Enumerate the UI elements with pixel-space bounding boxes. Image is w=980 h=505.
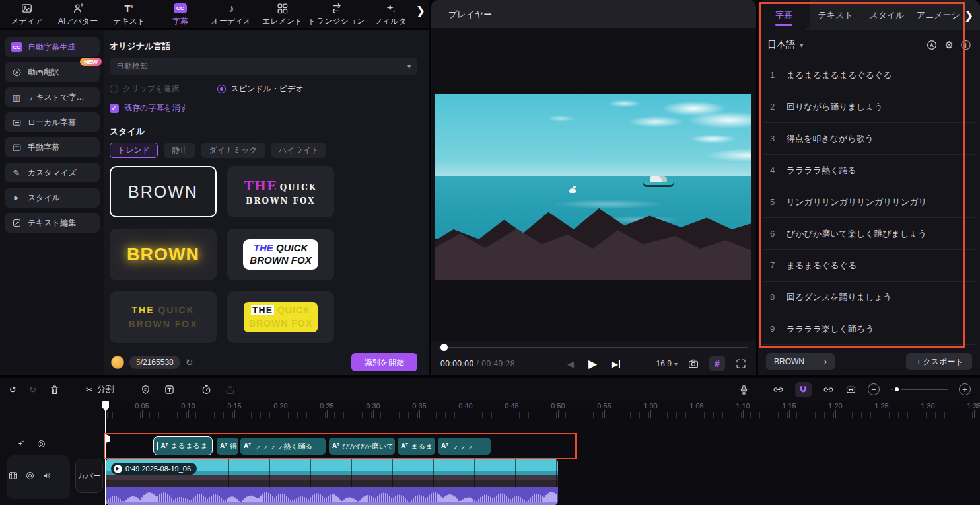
video-clip[interactable]: ▶ 0:49 2025-08-19_06 [106,459,558,505]
toolbar-tab-transition[interactable]: トランジション [308,2,365,27]
radio-spindle-video[interactable]: スピンドル・ビデオ [217,83,303,95]
redo-icon[interactable]: ↻ [29,385,36,395]
toolbar-tab-elements[interactable]: エレメント [257,2,308,27]
subtitle-clip[interactable]: ATぴかぴか磨いて [329,438,395,455]
tab-アニメーシ[interactable]: アニメーシ [913,0,964,30]
radio-select-clip[interactable]: クリップを選択 [110,83,179,95]
player-seekbar[interactable] [439,344,748,352]
subtitle-clip[interactable]: ATララララ熱く踊る [240,438,326,455]
style-chip[interactable]: トレンド [110,143,158,158]
subtitle-type-icon: AT [220,442,227,449]
text-box-icon[interactable] [164,384,175,395]
subtitle-type-icon: AT [244,442,251,449]
subtitle-list-item[interactable]: 1まるまるまるまるぐるぐる [763,59,975,91]
track-visibility-icon[interactable] [36,439,46,449]
grid-overlay-icon[interactable]: # [709,356,725,371]
zoom-in-icon[interactable]: + [959,383,971,395]
style-card-plain[interactable]: BROWN [110,166,217,217]
info-icon[interactable]: ⓘ [961,39,971,52]
play-icon[interactable]: ▶ [588,357,597,371]
zoom-slider-knob[interactable] [893,385,901,393]
subtitle-list-item[interactable]: 3得点を叩きながら歌う [763,123,975,155]
current-style-button[interactable]: BROWN › [766,353,835,370]
magnet-icon[interactable] [795,382,812,397]
export-button[interactable]: エクスポート [906,353,972,370]
refresh-icon[interactable]: ↻ [186,357,193,368]
subtitle-list-item[interactable]: 2回りながら踊りましょう [763,91,975,123]
sidebar-item[interactable]: ✎カスタマイズ [5,163,100,182]
scissors-icon[interactable]: ✂分割 [86,383,114,395]
style-chip[interactable]: ハイライト [271,143,326,158]
style-card-glow[interactable]: BROWN [110,229,217,280]
auto-match-icon[interactable] [926,39,938,51]
aspect-ratio-select[interactable]: 16:9▾ [656,359,678,368]
toolbar-tab-audio[interactable]: ♪オーディオ [206,2,257,27]
toolbar-tab-avatar[interactable]: AIアバター [52,2,103,27]
subtitle-list-item[interactable]: 7まるまるぐるぐる [763,250,975,282]
subtitle-clip[interactable]: ATラララ [438,438,491,455]
unlink-icon[interactable] [823,384,834,395]
cover-button[interactable]: カバー [75,459,103,493]
subtitle-clip[interactable]: ATまるま [398,438,435,455]
toolbar-tab-filter[interactable]: フィルタ [365,2,415,27]
fit-width-icon[interactable] [845,384,857,395]
subtitle-index: 2 [770,102,777,112]
toolbar-tab-media[interactable]: メディア [1,2,52,27]
sidebar-item[interactable]: 手動字幕 [5,137,100,157]
subtitle-list-item[interactable]: 8回るダンスを踊りましょう [763,282,975,313]
sidebar-item-label: 手動字幕 [28,142,59,153]
sidebar-item[interactable]: 動画翻訳NEW [5,62,100,82]
subtitle-text: 得点を叩きながら歌う [787,133,874,145]
undo-icon[interactable]: ↺ [9,385,17,395]
export-icon[interactable] [225,384,236,395]
seekbar-knob[interactable] [440,344,448,351]
style-card-marker[interactable]: THE QUICKBROWN FOX [227,291,334,343]
next-frame-icon[interactable]: ▶ [612,359,620,369]
mic-icon[interactable] [738,384,750,395]
sidebar-item[interactable]: CC自動字幕生成 [5,37,100,57]
zoom-out-icon[interactable]: − [868,383,880,395]
track-mute-icon[interactable] [42,471,52,481]
tab-テキスト[interactable]: テキスト [810,0,861,30]
subtitle-list-item[interactable]: 5リンガリリンガリリンガリリンガリ [763,186,975,218]
ai-sparkle-icon[interactable] [16,439,26,449]
link-icon[interactable] [773,384,784,395]
language-select[interactable]: 自動検知 ▾ [110,58,417,75]
tab-スタイル[interactable]: スタイル [861,0,913,30]
previous-frame-icon[interactable]: ◀ [567,359,574,369]
film-icon[interactable] [8,471,18,481]
speed-icon[interactable] [201,384,212,395]
subtitle-clip[interactable]: AT得 [217,438,238,455]
toolbar-tab-label: トランジション [308,16,365,27]
trash-icon[interactable] [49,384,60,395]
toolbar-more-chevron-icon[interactable]: ❯ [416,4,428,24]
subtitle-clip[interactable]: ATまるまるま [153,436,213,455]
style-chip[interactable]: ダイナミック [201,143,265,158]
style-chip[interactable]: 静止 [164,143,195,158]
start-recognition-button[interactable]: 識別を開始 [351,353,417,371]
fullscreen-icon[interactable] [735,358,747,369]
sidebar-item[interactable]: テキスト編集 [5,213,100,233]
subtitle-list-item[interactable]: 6ぴかぴか磨いて楽しく跳びましょう [763,218,975,250]
timeline-zoom-slider[interactable] [891,389,948,390]
clear-existing-subtitles-checkbox[interactable]: ✓ 既存の字幕を消す [110,102,417,114]
snapshot-icon[interactable] [687,358,699,369]
sidebar-item[interactable]: ▥テキストで字… [5,87,100,107]
sidebar-item[interactable]: ▶スタイル [5,188,100,208]
toolbar-tab-text[interactable]: TTテキスト [104,2,155,27]
sticker-icon[interactable] [140,384,151,395]
subtitle-language-value[interactable]: 日本語 [767,39,795,51]
sidebar-item[interactable]: ローカル字幕 [5,112,100,132]
gear-icon[interactable]: ⚙ [945,39,954,51]
style-card-serif[interactable]: THE QUICKBROWN FOX [227,166,334,217]
subtitle-list-item[interactable]: 4ララララ熱く踊る [763,155,975,186]
tab-字幕[interactable]: 字幕 [758,0,810,30]
tabs-more-chevron-icon[interactable]: ❯ [964,0,980,30]
toolbar-tab-cc[interactable]: CC字幕 [155,2,205,27]
track-visibility-icon[interactable] [25,471,35,481]
subtitle-index: 4 [770,165,777,175]
subtitle-list-item[interactable]: 9ララララ楽しく踊ろう [763,313,975,345]
playhead[interactable] [105,401,106,505]
style-card-dim[interactable]: THE QUICKBROWN FOX [110,291,217,343]
style-card-sticker[interactable]: THE QUICKBROWN FOX [227,229,334,280]
